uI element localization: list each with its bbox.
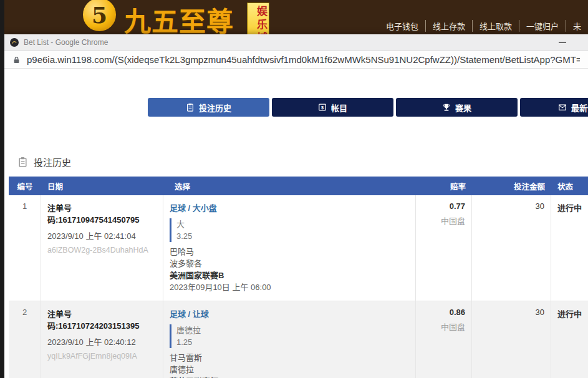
pick-name: 唐德拉 [176,324,409,336]
pick-line: 1.25 [176,336,409,348]
pick-line: 3.25 [176,230,409,242]
row-number: 2 [9,301,41,378]
bet-number: 注单号码:161710724203151395 [47,308,157,331]
clipboard-icon [17,157,28,167]
tab-label: 投注历史 [199,102,231,114]
brand-title: 九五至尊 [124,0,234,34]
table-row: 2 注单号码:161710724203151395 2023/9/10 上午 0… [9,301,588,378]
section-header: 投注历史 [17,155,588,168]
bet-placed-time: 2023/9/10 上午 02:40:12 [47,336,157,347]
bet-amount: 30 [472,195,551,301]
banner-links: 电子钱包 线上存款 线上取款 一键归户 未 [379,20,588,32]
banner-link-withdraw[interactable]: 线上取款 [472,20,519,32]
bet-ref-code: yqILk9AfFGjEmn8jeq09IA [47,352,157,361]
table-header-row: 编号 日期 选择 赔率 投注金额 状态 [9,177,588,195]
bet-history-icon [186,103,195,112]
mail-icon [558,103,567,112]
status-badge: 进行中 [551,301,588,378]
tab-label: 赛果 [455,102,471,114]
bet-table: 编号 日期 选择 赔率 投注金额 状态 1 注单号码:1617109475414… [9,177,588,378]
tab-bet-history[interactable]: 投注历史 [148,98,269,117]
nav-tabs: 投注历史 $ 帐目 赛果 [148,98,588,117]
tab-label: 最新信息 [571,102,588,114]
tab-messages[interactable]: 最新信息 [520,98,588,117]
col-header-no: 编号 [9,177,41,195]
tab-label: 帐目 [331,102,347,114]
col-header-odds: 赔率 [416,177,472,195]
tab-results[interactable]: 赛果 [396,98,518,117]
odds-value: 0.77 [422,201,465,211]
odds-type: 中国盘 [422,321,465,332]
col-header-date: 日期 [41,177,163,195]
league-name: 美洲国家联赛B [170,269,409,281]
lock-icon[interactable] [12,56,21,64]
brand-logo-icon: 5 [83,0,116,31]
bet-ref-code: a6lZBOW2g-2Bs4DuhahHdA [47,246,157,254]
odds-cell: 0.77 中国盘 [416,195,472,301]
section-title: 投注历史 [34,155,71,168]
tab-account[interactable]: $ 帐目 [272,98,393,117]
svg-text:$: $ [321,105,324,110]
banner-link-ewallet[interactable]: 电子钱包 [379,20,425,32]
market-link[interactable]: 足球 / 让球 [170,308,209,319]
league-name: 葡萄牙联赛杯 [170,376,409,378]
account-icon: $ [318,103,327,112]
row-number: 1 [9,195,41,301]
away-team: 波多黎各 [170,258,409,269]
odds-type: 中国盘 [422,215,465,226]
odds-value: 0.86 [422,308,465,317]
bet-date-cell: 注单号码:161710947541450795 2023/9/10 上午 02:… [41,195,163,301]
home-team: 甘马雷斯 [170,352,409,364]
pick-name: 大 [176,218,409,230]
window-titlebar[interactable]: Bet List - Google Chrome [4,34,588,51]
site-favicon-icon [10,38,19,47]
window-title: Bet List - Google Chrome [24,38,108,47]
url-text[interactable]: p9e6ia.win1198.com/(S(xideqseTk2L3gmpzmu… [27,54,580,65]
selection-cell: 足球 / 大小盘 大 3.25 巴哈马 波多黎各 美洲国家联赛B 2023年09… [163,195,416,301]
banner-link-deposit[interactable]: 线上存款 [425,20,472,32]
minimize-icon[interactable] [559,42,566,43]
address-bar[interactable]: p9e6ia.win1198.com/(S(xideqseTk2L3gmpzmu… [4,51,588,69]
col-header-amount: 投注金额 [472,177,551,195]
market-link[interactable]: 足球 / 大小盘 [170,201,217,213]
site-banner: 5 九五至尊 娱乐城 电子钱包 线上存款 线上取款 一键归户 未 [4,0,588,34]
odds-cell: 0.86 中国盘 [416,301,472,378]
bet-placed-time: 2023/9/10 上午 02:41:04 [47,230,157,241]
desktop-edge [0,0,4,378]
brand-badge: 娱乐城 [247,2,269,34]
bet-date-cell: 注单号码:161710724203151395 2023/9/10 上午 02:… [41,301,163,378]
home-team: 巴哈马 [170,246,409,258]
bet-list-window: Bet List - Google Chrome p9e6ia.win1198.… [4,34,588,378]
pick-block: 唐德拉 1.25 [170,324,409,348]
table-row: 1 注单号码:161710947541450795 2023/9/10 上午 0… [9,195,588,301]
event-time: 2023年09月10日 上午 06:00 [170,281,409,293]
banner-link-partial[interactable]: 未 [566,20,588,32]
bet-number: 注单号码:161710947541450795 [47,201,157,225]
selection-cell: 足球 / 让球 唐德拉 1.25 甘马雷斯 唐德拉 葡萄牙联赛杯 2023年09… [163,301,416,378]
col-header-selection: 选择 [163,177,416,195]
banner-link-transfer[interactable]: 一键归户 [519,20,566,32]
bet-amount: 30 [472,301,551,378]
pick-block: 大 3.25 [170,218,409,242]
results-icon [442,103,451,112]
screen: 5 九五至尊 娱乐城 电子钱包 线上存款 线上取款 一键归户 未 Bet Lis… [0,0,588,378]
col-header-status: 状态 [551,177,588,195]
status-badge: 进行中 [551,195,588,301]
away-team: 唐德拉 [170,364,409,376]
